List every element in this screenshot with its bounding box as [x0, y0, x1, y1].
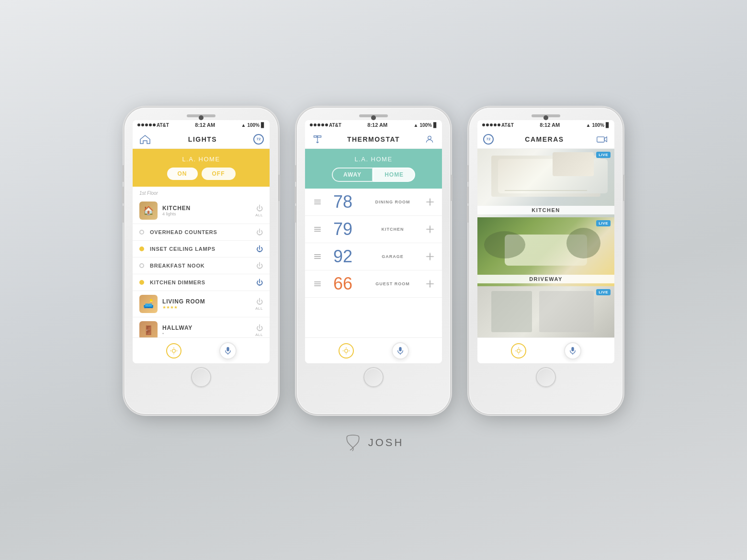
sun-icon-cameras[interactable]: [511, 343, 526, 358]
fan-icon-garage[interactable]: [426, 252, 434, 261]
svg-point-20: [517, 349, 520, 352]
room-thumb-kitchen: 🏠: [139, 202, 158, 220]
temp-garage: 92: [326, 248, 360, 265]
room-garage[interactable]: 92 GARAGE: [305, 243, 442, 270]
signal-dot: [137, 123, 140, 126]
signal-dot: [141, 123, 144, 126]
list-item[interactable]: INSET CEILING LAMPS ⏻: [133, 241, 270, 258]
power-icon-kitchen[interactable]: ⏻: [256, 204, 263, 212]
room-name-guest: GUEST ROOM: [360, 281, 426, 286]
signal-dot: [145, 123, 148, 126]
camera-name-kitchen: KITCHEN: [477, 206, 614, 214]
light-name-dimmers: KITCHEN DIMMERS: [150, 280, 256, 285]
screen-lights: AT&T 8:12 AM ▲ 100% ▊ LIGHTS 72: [133, 120, 270, 363]
list-item[interactable]: 🚪 HALLWAY • ⏻ ALL: [133, 317, 270, 337]
power-icon-living[interactable]: ⏻: [256, 298, 263, 305]
location-icon-3: ▲: [586, 123, 591, 128]
camera-name-driveway: DRIVEWAY: [477, 275, 614, 283]
room-name-kitchen: KITCHEN: [162, 205, 255, 212]
room-sub-kitchen: 4 lights: [162, 212, 255, 216]
status-bar-2: AT&T 8:12 AM ▲ 100% ▊: [305, 120, 442, 130]
btn-on[interactable]: ON: [167, 168, 198, 180]
all-label-living: ALL: [255, 306, 263, 311]
power-icon-overhead[interactable]: ⏻: [256, 228, 263, 236]
room-actions-living: ⏻ ALL: [255, 298, 263, 311]
room-actions-kitchen: ⏻ ALL: [255, 204, 263, 217]
nav-bar-lights: LIGHTS 72: [133, 130, 270, 149]
list-item[interactable]: 🏠 KITCHEN 4 lights ⏻ ALL: [133, 198, 270, 224]
list-item[interactable]: BREAKFAST NOOK ⏻: [133, 258, 270, 274]
power-icon-dimmers[interactable]: ⏻: [256, 279, 263, 286]
sun-icon[interactable]: [166, 343, 181, 358]
home-button-2[interactable]: [363, 367, 384, 387]
badge-number-cam[interactable]: 72: [483, 134, 494, 145]
fan-icon-kitchen[interactable]: [426, 225, 434, 234]
thermo-nav-icon[interactable]: [311, 133, 324, 146]
list-item[interactable]: 🛋️ LIVING ROOM ★★★★ ⏻ ALL: [133, 291, 270, 317]
all-label-kitchen: ALL: [255, 213, 263, 217]
btn-home[interactable]: HOME: [373, 168, 415, 182]
mic-icon-cameras[interactable]: [564, 342, 581, 359]
fan-icon-dining[interactable]: [426, 198, 434, 206]
list-item[interactable]: OVERHEAD COUNTERS ⏻: [133, 224, 270, 241]
signal-dot: [314, 123, 317, 126]
screen-thermostat: AT&T 8:12 AM ▲ 100% ▊ THERMOSTAT: [305, 120, 442, 363]
badge-number[interactable]: 72: [253, 134, 264, 145]
room-info-living: LIVING ROOM ★★★★: [162, 298, 255, 310]
signal-dot: [317, 123, 320, 126]
carrier-label: AT&T: [157, 123, 169, 128]
camera-nav-icon[interactable]: [595, 133, 609, 146]
svg-point-0: [172, 349, 175, 352]
home-button-3[interactable]: [536, 367, 556, 387]
light-name-overhead: OVERHEAD COUNTERS: [150, 229, 256, 235]
signal-dot: [321, 123, 324, 126]
home-nav-icon[interactable]: [138, 133, 152, 146]
logo-area: JOSH: [343, 433, 404, 452]
camera-third[interactable]: LIVE: [477, 286, 614, 337]
fan-icon-guest[interactable]: [426, 280, 434, 288]
josh-logo-text: JOSH: [368, 437, 404, 449]
mic-icon-thermo[interactable]: [392, 342, 409, 359]
power-icon-inset[interactable]: ⏻: [256, 245, 263, 253]
room-dining[interactable]: 78 DINING ROOM: [305, 189, 442, 216]
light-name-inset: INSET CEILING LAMPS: [150, 246, 256, 252]
signal-dot: [149, 123, 152, 126]
btn-off[interactable]: OFF: [202, 168, 236, 180]
signal-dot: [153, 123, 156, 126]
nav-bar-cameras: 72 CAMERAS: [477, 130, 614, 149]
live-badge-kitchen: LIVE: [596, 152, 611, 158]
room-name-living: LIVING ROOM: [162, 298, 255, 305]
nav-title-thermo: THERMOSTAT: [347, 135, 400, 143]
carrier-label-2: AT&T: [329, 123, 341, 128]
status-bar-3: AT&T 8:12 AM ▲ 100% ▊: [477, 120, 614, 130]
time-label-3: 8:12 AM: [540, 122, 560, 128]
room-guest[interactable]: 66 GUEST ROOM: [305, 270, 442, 298]
thermo-buttons: AWAY HOME: [332, 168, 415, 182]
battery-label: 100%: [247, 123, 260, 128]
phone-thermostat: AT&T 8:12 AM ▲ 100% ▊ THERMOSTAT: [297, 108, 450, 414]
camera-driveway[interactable]: LIVE DRIVEWAY: [477, 217, 614, 286]
nav-title-lights: LIGHTS: [188, 135, 217, 143]
room-name-hallway: HALLWAY: [162, 325, 255, 331]
room-sub-hallway: •: [162, 331, 255, 336]
home-button-1[interactable]: [191, 367, 211, 387]
battery-label-2: 100%: [419, 123, 432, 128]
list-item[interactable]: KITCHEN DIMMERS ⏻: [133, 274, 270, 291]
room-kitchen-thermo[interactable]: 79 KITCHEN: [305, 216, 442, 243]
mic-icon[interactable]: [219, 342, 237, 359]
sun-icon-thermo[interactable]: [339, 343, 354, 358]
power-icon-breakfast[interactable]: ⏻: [256, 262, 263, 269]
phones-container: AT&T 8:12 AM ▲ 100% ▊ LIGHTS 72: [124, 108, 622, 414]
power-icon-hallway[interactable]: ⏻: [256, 324, 263, 332]
time-label-2: 8:12 AM: [367, 122, 387, 128]
carrier-label-3: AT&T: [501, 123, 514, 128]
btn-away[interactable]: AWAY: [332, 168, 373, 182]
thermo-right-icon[interactable]: [423, 133, 436, 146]
svg-rect-5: [226, 347, 229, 351]
all-label-hallway: ALL: [255, 333, 263, 337]
temp-kitchen: 79: [326, 221, 360, 238]
camera-list: LIVE KITCHEN LIVE DRIVEWAY: [477, 149, 614, 337]
thermo-hero: L.A. HOME AWAY HOME: [305, 149, 442, 189]
camera-kitchen[interactable]: LIVE KITCHEN: [477, 149, 614, 217]
camera-dot-2: [371, 115, 376, 120]
